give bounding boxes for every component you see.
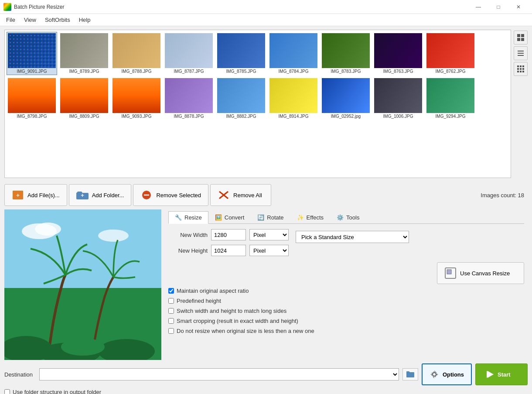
gallery-item[interactable]: IMG_8788.JPG [111,32,162,75]
tab-resize[interactable]: 🔧 Resize [168,211,208,224]
start-label: Start [498,371,511,378]
folder-structure-checkbox[interactable] [4,389,10,394]
list-view-button[interactable] [514,46,528,60]
no-resize-label[interactable]: Do not resize when original size is less… [177,328,314,334]
grid-view-button[interactable] [514,62,528,76]
gallery-item[interactable]: IMG_8798.JPG [7,77,57,120]
add-folder-button[interactable]: + Add Folder... [69,184,132,206]
height-unit-select[interactable]: PixelPercentInchCm [249,245,289,256]
thumb-label: IMG_8783.JPG [331,69,361,74]
svg-text:+: + [81,192,84,199]
thumb-img [60,33,108,68]
smart-crop-row: Smart cropping (result in exact width an… [168,318,524,324]
app-title: Batch Picture Resizer [14,4,468,10]
destination-input[interactable] [39,368,399,380]
gallery-item[interactable]: IMG_8763.JPG [373,32,423,75]
remove-selected-button[interactable]: Remove Selected [133,184,208,206]
convert-tab-icon: 🖼️ [215,214,222,221]
gallery-item[interactable]: IMG_8789.JPG [59,32,109,75]
gallery-item[interactable]: IMG_8882.JPG [216,77,266,120]
gallery-item[interactable]: IMG_8809.JPG [59,77,109,120]
minimize-button[interactable]: — [468,0,488,14]
folder-structure-label[interactable]: Use folder structure in output folder [13,389,101,394]
gallery-item[interactable]: IMG_1006.JPG [373,77,423,120]
svg-rect-2 [517,38,520,41]
remove-selected-label: Remove Selected [156,192,201,199]
smart-crop-checkbox[interactable] [168,318,174,324]
thumb-img [113,78,160,113]
images-count: Images count: 18 [481,192,528,199]
grid-view-icon [517,65,525,73]
tabs: 🔧 Resize 🖼️ Convert 🔄 Rotate ✨ Effects ⚙… [168,211,524,224]
maintain-aspect-label[interactable]: Maintain original aspect ratio [177,288,249,294]
destination-browse-button[interactable] [402,368,418,380]
canvas-resize-button[interactable]: Use Canvas Resize [437,262,524,284]
remove-all-button[interactable]: Remove All [210,184,271,206]
gallery-item[interactable]: IMG_8914.JPG [268,77,319,120]
gallery-item[interactable]: IMG_02952.jpg [321,77,371,120]
gallery-item[interactable]: IMG_9091.JPG [7,32,57,75]
add-folder-icon: + [76,190,89,200]
menu-softorbits[interactable]: SoftOrbits [41,15,75,25]
svg-point-31 [61,338,105,356]
gallery-item[interactable]: IMG_8762.JPG [425,32,476,75]
folder-structure-row: Use folder structure in output folder [4,389,528,394]
predefined-height-label[interactable]: Predefined height [177,298,221,304]
gallery-item[interactable]: IMG_8787.JPG [164,32,214,75]
no-resize-checkbox[interactable] [168,328,174,334]
svg-rect-4 [518,51,524,51]
new-height-row: New Height PixelPercentInchCm [168,245,289,256]
options-gear-icon [430,370,439,379]
predefined-height-checkbox[interactable] [168,298,174,304]
destination-row: Destination Options St [4,363,528,385]
gallery-item[interactable]: IMG_9093.JPG [111,77,162,120]
tab-tools[interactable]: ⚙️ Tools [330,211,366,223]
svg-rect-10 [517,68,519,70]
thumb-img [426,33,474,68]
new-width-label: New Width [168,232,208,238]
thumb-label: IMG_8914.JPG [279,114,309,119]
thumb-label: IMG_1006.JPG [383,114,413,119]
menu-file[interactable]: File [2,15,20,25]
options-label: Options [443,371,464,378]
maintain-aspect-checkbox[interactable] [168,288,174,294]
add-files-button[interactable]: + Add File(s)... [4,184,67,206]
new-width-input[interactable] [211,229,246,240]
start-button[interactable]: Start [475,363,528,385]
options-button[interactable]: Options [422,363,472,385]
view-options-panel [514,30,528,182]
svg-rect-11 [520,68,522,70]
gallery-item[interactable]: IMG_8785.JPG [216,32,266,75]
gallery-item[interactable]: IMG_8783.JPG [321,32,371,75]
switch-wh-checkbox[interactable] [168,308,174,314]
tab-effects[interactable]: ✨ Effects [290,211,331,223]
smart-crop-label[interactable]: Smart cropping (result in exact width an… [177,318,298,324]
destination-label: Destination [4,371,36,378]
tab-convert[interactable]: 🖼️ Convert [208,211,251,223]
effects-tab-icon: ✨ [297,214,304,221]
preview-image [4,209,161,360]
thumb-img [165,33,213,68]
thumb-img [113,33,160,68]
standard-size-select[interactable]: Pick a Standard Size [296,231,409,243]
menu-view[interactable]: View [20,15,41,25]
toolbar: + Add File(s)... + Add Folder... Remove … [4,184,528,206]
svg-rect-1 [521,34,524,37]
menu-help[interactable]: Help [75,15,95,25]
close-button[interactable]: ✕ [508,0,529,14]
thumbnail-view-button[interactable] [514,31,528,45]
remove-all-label: Remove All [233,192,262,199]
new-height-label: New Height [168,247,208,254]
thumb-label: IMG_8789.JPG [69,69,99,74]
new-height-input[interactable] [211,245,246,256]
thumb-img [217,33,265,68]
switch-wh-label[interactable]: Switch width and height to match long si… [177,308,286,314]
gallery-item[interactable]: IMG_9294.JPG [425,77,476,120]
thumb-img [374,78,422,113]
width-unit-select[interactable]: PixelPercentInchCm [249,229,289,240]
tab-rotate[interactable]: 🔄 Rotate [251,211,290,223]
gallery-item[interactable]: IMG_8878.JPG [164,77,214,120]
maximize-button[interactable]: □ [488,0,508,14]
svg-rect-14 [520,71,522,72]
gallery-item[interactable]: IMG_8784.JPG [268,32,319,75]
